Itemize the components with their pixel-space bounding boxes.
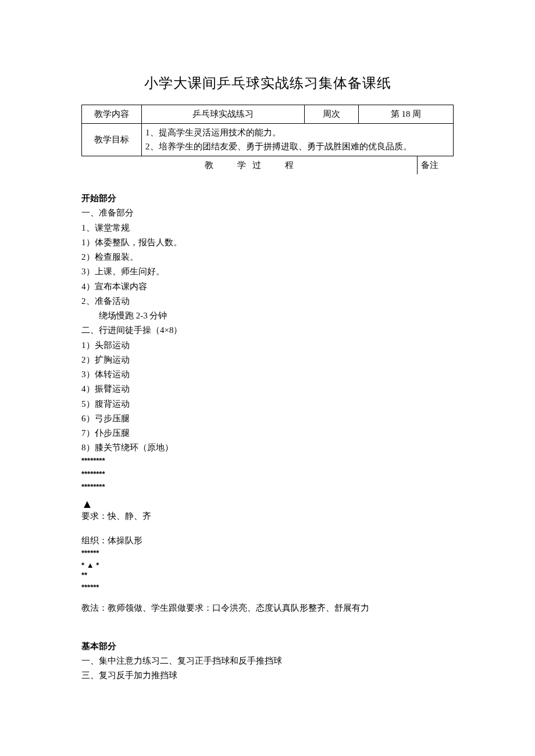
formation-stars-2: ****** * ▲ * ** ******: [81, 549, 454, 593]
stars-row: ******: [81, 583, 454, 593]
text-line: 6）弓步压腿: [81, 412, 454, 425]
header-table: 教学内容 乒乓球实战练习 周次 第 18 周 教学目标 1、提高学生灵活运用技术…: [81, 105, 454, 174]
triangle-icon: ▲: [81, 498, 454, 510]
goal-line-1: 1、提高学生灵活运用技术的能力。: [145, 126, 450, 139]
text-line: 三、复习反手加力推挡球: [81, 669, 454, 682]
text-line: 2、准备活动: [81, 295, 454, 308]
text-line: 一、准备部分: [81, 206, 454, 220]
text-line: 3）上课、师生问好。: [81, 265, 454, 278]
text-line: 4）振臂运动: [81, 382, 454, 396]
basic-section: 基本部分 一、集中注意力练习二、复习正手挡球和反手推挡球 三、复习反手加力推挡球: [81, 640, 454, 683]
text-line: 8）膝关节绕环（原地）: [81, 441, 454, 454]
cell-label-goal: 教学目标: [82, 124, 142, 156]
cell-week-value: 第 18 周: [359, 105, 454, 124]
stars-row: ********: [81, 456, 454, 466]
text-line: 1、课堂常规: [81, 221, 454, 235]
page-title: 小学大课间乒乓球实战练习集体备课纸: [81, 73, 454, 94]
text-line: 1）头部运动: [81, 339, 454, 352]
stars-row: **: [81, 571, 454, 581]
text-line: 绕场慢跑 2-3 分钟: [81, 309, 454, 323]
table-row: 教学内容 乒乓球实战练习 周次 第 18 周: [82, 105, 454, 124]
text-line: 二、行进间徒手操（4×8）: [81, 324, 454, 337]
table-row: 教 学 过 程 备注: [82, 156, 454, 174]
process-char: 教: [205, 160, 213, 170]
cell-process-label: 教 学 过 程: [82, 156, 418, 174]
text-line: 3）体转运动: [81, 368, 454, 381]
organization-line: 组织：体操队形: [81, 534, 454, 547]
stars-row: ********: [81, 482, 454, 492]
formation-stars-1: ******** ******** ********: [81, 456, 454, 493]
cell-content: 乒乓球实战练习: [142, 105, 305, 124]
text-line: 7）仆步压腿: [81, 427, 454, 440]
text-line: 5）腹背运动: [81, 397, 454, 411]
text-line: 2）检查服装。: [81, 250, 454, 264]
cell-label-content: 教学内容: [82, 105, 142, 124]
process-char: 过: [252, 160, 261, 170]
process-char: 学: [237, 160, 246, 170]
requirement-line: 要求：快、静、齐: [81, 510, 454, 523]
text-line: 一、集中注意力练习二、复习正手挡球和反手推挡球: [81, 654, 454, 668]
stars-row: ******: [81, 549, 454, 558]
stars-row: * ▲ *: [81, 561, 454, 571]
cell-process-row: 教 学 过 程 备注: [82, 156, 454, 174]
text-line: 4）宣布本课内容: [81, 280, 454, 293]
method-line: 教法：教师领做、学生跟做要求：口令洪亮、态度认真队形整齐、舒展有力: [81, 601, 454, 615]
start-section: 开始部分 一、准备部分 1、课堂常规 1）体委整队，报告人数。 2）检查服装。 …: [81, 192, 454, 615]
text-line: 2）扩胸运动: [81, 353, 454, 367]
document-page: 小学大课间乒乓球实战练习集体备课纸 教学内容 乒乓球实战练习 周次 第 18 周…: [0, 0, 535, 756]
basic-heading: 基本部分: [81, 640, 454, 653]
cell-remark-label: 备注: [418, 156, 454, 174]
table-row: 教学目标 1、提高学生灵活运用技术的能力。 2、培养学生的团结友爱、勇于拼搏进取…: [82, 124, 454, 156]
cell-goals: 1、提高学生灵活运用技术的能力。 2、培养学生的团结友爱、勇于拼搏进取、勇于战胜…: [142, 124, 454, 156]
cell-label-week: 周次: [305, 105, 359, 124]
stars-row: ********: [81, 470, 454, 479]
text-line: 1）体委整队，报告人数。: [81, 236, 454, 249]
goal-line-2: 2、培养学生的团结友爱、勇于拼搏进取、勇于战胜困难的优良品质。: [145, 140, 450, 153]
start-heading: 开始部分: [81, 192, 454, 205]
process-char: 程: [285, 160, 294, 170]
